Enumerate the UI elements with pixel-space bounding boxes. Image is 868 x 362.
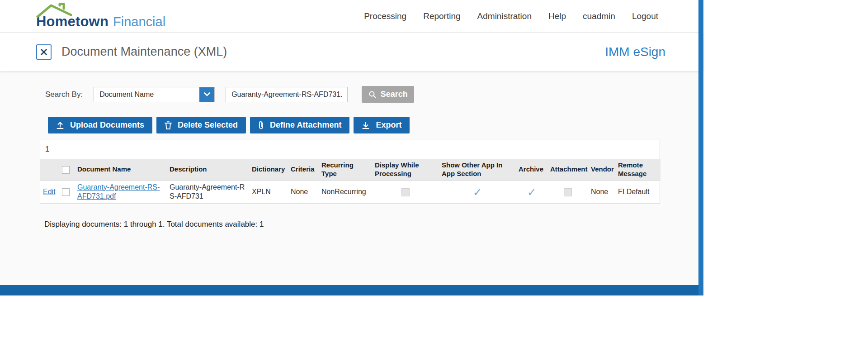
imm-esign-brand: IMM eSign — [605, 45, 665, 59]
description-cell: Guaranty-Agreement-RS-AFD731 — [167, 181, 249, 203]
col-header-show-other-app: Show Other App In App Section — [439, 159, 516, 181]
upload-documents-button[interactable]: Upload Documents — [48, 117, 152, 133]
main-nav: Processing Reporting Administration Help… — [364, 11, 658, 21]
nav-item-processing[interactable]: Processing — [364, 11, 406, 21]
col-header-criteria: Criteria — [288, 159, 319, 181]
upload-documents-label: Upload Documents — [70, 120, 144, 130]
col-header-dictionary: Dictionary — [249, 159, 288, 181]
col-header-recurring-type: Recurring Type — [319, 159, 372, 181]
search-icon — [368, 90, 377, 99]
col-header-select — [59, 159, 75, 181]
page-title: Document Maintenance (XML) — [61, 45, 227, 59]
col-header-document-name: Document Name — [75, 159, 167, 181]
search-button-label: Search — [381, 90, 408, 99]
remote-message-cell: FI Default — [615, 181, 660, 203]
title-group: Document Maintenance (XML) — [36, 44, 227, 60]
search-by-label: Search By: — [45, 90, 83, 99]
delete-selected-label: Delete Selected — [178, 120, 238, 130]
document-name-link[interactable]: Guaranty-Agreement-RS-AFD731.pdf — [77, 183, 160, 200]
table-row: Edit Guaranty-Agreement-RS-AFD731.pdf Gu… — [40, 181, 660, 203]
logo-text-financial: Financial — [113, 14, 165, 29]
chevron-down-icon — [204, 92, 210, 96]
title-bar: Document Maintenance (XML) IMM eSign — [0, 33, 703, 71]
col-header-attachment: Attachment — [547, 159, 588, 181]
nav-item-logout[interactable]: Logout — [632, 11, 658, 21]
nav-item-administration[interactable]: Administration — [477, 11, 532, 21]
search-row: Search By: Document Name Search — [45, 71, 703, 103]
paperclip-icon — [258, 121, 264, 130]
upload-icon — [56, 121, 64, 129]
dropdown-arrow-button[interactable] — [199, 87, 214, 102]
hometown-financial-logo[interactable]: Hometown Financial — [36, 0, 165, 33]
dropdown-selected-value: Document Name — [99, 90, 154, 99]
main-content: Search By: Document Name Search — [0, 71, 703, 285]
col-header-vendor: Vendor — [588, 159, 615, 181]
page-number[interactable]: 1 — [40, 139, 660, 159]
recurring-type-cell: NonRecurring — [319, 181, 372, 203]
export-button[interactable]: Export — [354, 117, 410, 133]
archive-checkmark — [527, 185, 536, 199]
define-attachment-label: Define Attachment — [270, 120, 341, 130]
col-header-description: Description — [167, 159, 249, 181]
actions-row: Upload Documents Delete Selected Define … — [48, 117, 703, 133]
trash-icon — [165, 121, 172, 129]
nav-item-help[interactable]: Help — [548, 11, 566, 21]
nav-item-cuadmin[interactable]: cuadmin — [583, 11, 615, 21]
documents-count-summary: Displaying documents: 1 through 1. Total… — [44, 220, 703, 229]
col-header-edit — [40, 159, 59, 181]
criteria-cell: None — [288, 181, 319, 203]
search-by-dropdown[interactable]: Document Name — [94, 87, 215, 102]
col-header-display-while-processing: Display While Processing — [372, 159, 439, 181]
documents-table: 1 Document Name Description Dictionary C… — [40, 139, 660, 204]
edit-link[interactable]: Edit — [43, 188, 56, 195]
table-header-row: Document Name Description Dictionary Cri… — [40, 159, 660, 181]
display-while-processing-checkbox — [401, 188, 410, 196]
define-attachment-button[interactable]: Define Attachment — [250, 117, 349, 133]
search-button[interactable]: Search — [362, 86, 414, 103]
house-icon — [36, 3, 72, 18]
attachment-checkbox — [564, 188, 572, 196]
col-header-remote-message: Remote Message — [615, 159, 660, 181]
vendor-cell: None — [588, 181, 615, 203]
dictionary-cell: XPLN — [249, 181, 288, 203]
col-header-archive: Archive — [516, 159, 547, 181]
nav-item-reporting[interactable]: Reporting — [423, 11, 460, 21]
export-icon — [362, 121, 370, 129]
search-input[interactable] — [226, 87, 348, 102]
bottom-bar — [0, 285, 703, 295]
app-window: Hometown Financial Processing Reporting … — [0, 0, 703, 295]
xml-document-icon — [36, 44, 52, 60]
export-label: Export — [376, 120, 401, 130]
show-other-app-checkmark — [473, 185, 482, 199]
row-select-checkbox[interactable] — [62, 188, 70, 196]
top-header: Hometown Financial Processing Reporting … — [0, 0, 703, 33]
select-all-checkbox[interactable] — [62, 166, 70, 174]
scrollbar[interactable] — [698, 0, 703, 295]
delete-selected-button[interactable]: Delete Selected — [156, 117, 246, 133]
